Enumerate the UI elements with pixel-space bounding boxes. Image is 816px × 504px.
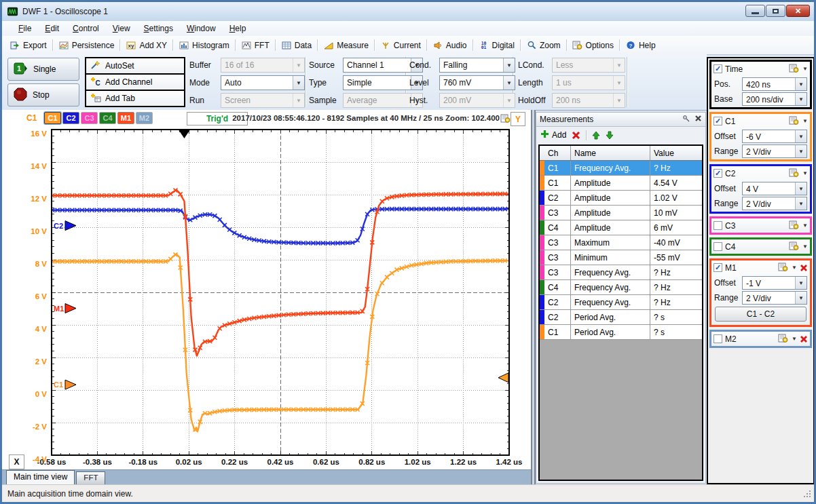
measurement-row[interactable]: C4Frequency Avg.? Hz — [540, 280, 702, 295]
combo-m1-range[interactable]: 2 V/div▼ — [742, 291, 807, 305]
toolbar-separator — [119, 39, 120, 51]
toolbar-button-measure[interactable]: Measure — [320, 39, 372, 52]
add-channel-button[interactable]: C Add Channel — [86, 75, 184, 90]
toolbar-button-help[interactable]: ?Help — [622, 39, 659, 52]
delete-measurement-button[interactable] — [572, 131, 580, 140]
combo-cond[interactable]: Falling▼ — [439, 58, 515, 73]
toolbar-button-current[interactable]: Current — [377, 39, 424, 52]
channel-enable-checkbox[interactable]: ✓ — [713, 64, 722, 73]
math-function-button[interactable]: C1 - C2 — [715, 307, 806, 322]
y-axis-button[interactable]: Y — [511, 112, 525, 126]
channel-enable-checkbox[interactable] — [713, 334, 722, 343]
menu-item-control[interactable]: Control — [66, 22, 106, 35]
menu-item-window[interactable]: Window — [180, 22, 223, 35]
toolbar-button-add-xy[interactable]: xyAdd XY — [122, 39, 170, 52]
toolbar-button-zoom[interactable]: Zoom — [523, 39, 564, 52]
toolbar-button-histogram[interactable]: Histogram — [175, 39, 233, 52]
measurement-row[interactable]: C4Amplitude6 mV — [540, 220, 702, 235]
menu-item-edit[interactable]: Edit — [38, 22, 66, 35]
channel-tab-m1[interactable]: M1 — [117, 112, 134, 124]
toolbar-button-label: Persistence — [72, 41, 115, 50]
minimize-button[interactable] — [745, 5, 765, 17]
channel-enable-checkbox[interactable]: ✓ — [713, 117, 722, 125]
panel-splitter[interactable] — [531, 110, 536, 484]
combo-value: -6 V — [743, 130, 795, 142]
toolbar-button-export[interactable]: Export — [6, 39, 50, 52]
measurement-row[interactable]: C3Maximum-40 mV — [540, 235, 702, 250]
combo-time-base[interactable]: 200 ns/div▼ — [742, 92, 807, 106]
combo-time-pos[interactable]: 420 ns▼ — [742, 77, 807, 91]
toolbar-button-digital[interactable]: 1001Digital — [475, 39, 518, 52]
tab-main-time-view[interactable]: Main time view — [6, 470, 75, 484]
add-measurement-button[interactable]: Add — [540, 130, 566, 140]
settings-page-icon[interactable] — [778, 333, 788, 345]
menu-item-settings[interactable]: Settings — [137, 22, 180, 35]
pin-icon[interactable] — [682, 115, 690, 125]
measurement-row[interactable]: C2Frequency Avg.? Hz — [540, 295, 702, 310]
toolbar-button-audio[interactable]: Audio — [429, 39, 470, 52]
settings-page-icon[interactable] — [789, 220, 799, 232]
channel-tab-c4[interactable]: C4 — [99, 112, 116, 124]
menu-item-help[interactable]: Help — [223, 22, 253, 35]
channel-enable-checkbox[interactable] — [713, 221, 722, 230]
menu-item-file[interactable]: File — [12, 22, 38, 35]
panel-header: C3▼ — [711, 218, 810, 233]
channel-tab-m2[interactable]: M2 — [136, 112, 153, 124]
tab-fft[interactable]: FFT — [76, 471, 105, 484]
channel-tab-c1[interactable]: C1 — [44, 112, 61, 124]
close-icon[interactable] — [694, 115, 702, 124]
settings-page-icon[interactable] — [789, 168, 799, 180]
chevron-down-icon: ▼ — [503, 58, 515, 72]
maximize-button[interactable] — [766, 5, 785, 17]
channel-tab-c3[interactable]: C3 — [81, 112, 98, 124]
measurement-row[interactable]: C3Minimum-55 mV — [540, 250, 702, 265]
panel-header: ✓C2▼ — [711, 166, 810, 180]
title-bar[interactable]: DWF 1 - Oscilloscope 1 ✕ — [2, 2, 814, 21]
measurement-row[interactable]: C1Amplitude4.54 V — [540, 176, 702, 191]
combo-c2-range[interactable]: 2 V/div▼ — [742, 197, 807, 210]
settings-page-icon[interactable] — [789, 115, 799, 128]
plot-options-icon[interactable] — [500, 113, 511, 125]
measurement-row[interactable]: C2Amplitude1.02 V — [540, 191, 702, 206]
close-button[interactable]: ✕ — [786, 5, 810, 17]
remove-channel-icon[interactable] — [800, 335, 808, 343]
oscilloscope-plot[interactable]: C2M1C1-0.58 us-0.38 us-0.18 us0.02 us0.2… — [2, 128, 531, 470]
settings-page-icon[interactable] — [789, 241, 799, 253]
combo-c1-offset[interactable]: -6 V▼ — [742, 130, 807, 143]
toolbar-button-options[interactable]: Options — [569, 39, 617, 52]
combo-mode[interactable]: Auto▼ — [221, 75, 305, 90]
channel-enable-checkbox[interactable]: ✓ — [713, 263, 722, 272]
toolbar-button-fft[interactable]: FFT — [238, 39, 273, 52]
autoset-button[interactable]: AutoSet — [86, 58, 184, 73]
measurement-row[interactable]: C1Frequency Avg.? Hz — [540, 161, 702, 176]
measurement-channel: C1 — [544, 325, 571, 339]
move-down-button[interactable] — [606, 131, 614, 140]
resize-grip[interactable] — [803, 490, 812, 501]
sidebar-panel-c1: ✓C1▼Offset-6 V▼Range2 V/div▼ — [709, 112, 812, 161]
settings-page-icon[interactable] — [789, 63, 799, 75]
x-axis-button[interactable]: X — [9, 454, 24, 469]
y-tick-label: 0 V — [35, 390, 48, 398]
channel-tab-c2[interactable]: C2 — [62, 112, 79, 124]
measurement-row[interactable]: C3Frequency Avg.? Hz — [540, 265, 702, 280]
measurement-row[interactable]: C1Period Avg.? s — [540, 325, 702, 340]
channel-enable-checkbox[interactable]: ✓ — [713, 169, 722, 178]
combo-level[interactable]: 760 mV▼ — [439, 75, 515, 90]
measurement-row[interactable]: C3Amplitude10 mV — [540, 206, 702, 220]
control-field-row: Level760 mV▼ — [409, 75, 515, 90]
chevron-down-icon: ▼ — [802, 244, 808, 250]
toolbar-button-persistence[interactable]: Persistence — [55, 39, 118, 52]
stop-button[interactable]: Stop — [7, 83, 79, 106]
menu-item-view[interactable]: View — [106, 22, 137, 35]
add-tab-button[interactable]: Add Tab — [86, 91, 184, 106]
measurement-row[interactable]: C2Period Avg.? s — [540, 310, 702, 325]
move-up-button[interactable] — [592, 131, 600, 140]
channel-enable-checkbox[interactable] — [713, 242, 722, 251]
settings-page-icon[interactable] — [778, 262, 788, 274]
single-button[interactable]: 1 Single — [7, 58, 79, 81]
combo-c2-offset[interactable]: 4 V▼ — [742, 182, 807, 195]
combo-c1-range[interactable]: 2 V/div▼ — [742, 144, 807, 158]
toolbar-button-data[interactable]: Data — [278, 39, 315, 52]
remove-channel-icon[interactable] — [800, 264, 808, 272]
combo-m1-offset[interactable]: -1 V▼ — [742, 276, 807, 290]
